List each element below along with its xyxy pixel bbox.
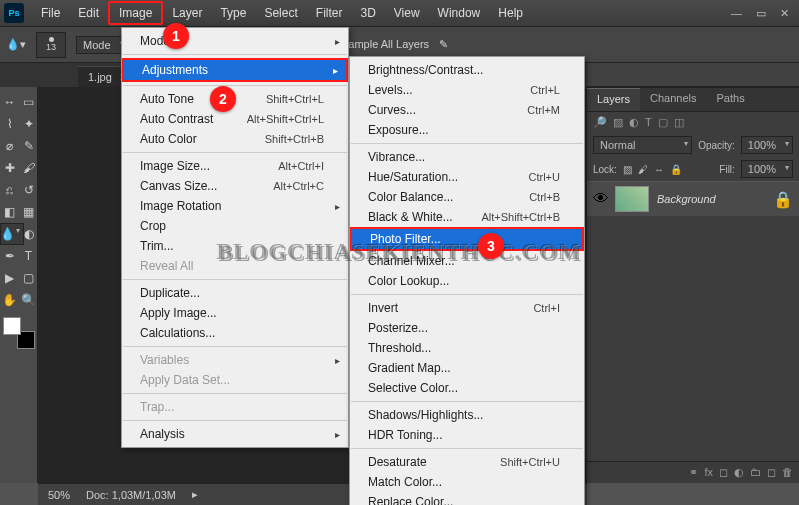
- image-menu-item-24[interactable]: Analysis: [122, 424, 348, 444]
- marquee-tool[interactable]: ▭: [19, 91, 38, 113]
- menu-type[interactable]: Type: [211, 3, 255, 23]
- menu-layer[interactable]: Layer: [163, 3, 211, 23]
- lasso-tool[interactable]: ⌇: [0, 113, 19, 135]
- adjustments-item-2[interactable]: Curves...Ctrl+M: [350, 100, 584, 120]
- adjustments-item-13[interactable]: InvertCtrl+I: [350, 298, 584, 318]
- path-select-tool[interactable]: ▶: [0, 267, 19, 289]
- blend-mode-select[interactable]: Normal: [593, 136, 692, 154]
- adjustments-item-10[interactable]: Channel Mixer...: [350, 251, 584, 271]
- adjustments-item-6[interactable]: Hue/Saturation...Ctrl+U: [350, 167, 584, 187]
- zoom-level[interactable]: 50%: [48, 489, 70, 501]
- trash-icon[interactable]: 🗑: [782, 466, 793, 479]
- pressure-icon[interactable]: ✎: [439, 38, 448, 51]
- panel-tab-paths[interactable]: Paths: [707, 88, 755, 111]
- adjustments-item-8[interactable]: Black & White...Alt+Shift+Ctrl+B: [350, 207, 584, 227]
- lock-trans-icon[interactable]: ▨: [623, 164, 632, 175]
- eyedropper-tool[interactable]: ✎: [19, 135, 38, 157]
- adjustments-item-5[interactable]: Vibrance...: [350, 147, 584, 167]
- eraser-tool[interactable]: ◧: [0, 201, 19, 223]
- adjustments-item-9[interactable]: Photo Filter...: [350, 227, 584, 251]
- image-menu-item-2[interactable]: Adjustments: [122, 58, 348, 82]
- panel-tab-channels[interactable]: Channels: [640, 88, 706, 111]
- heal-tool[interactable]: ✚: [0, 157, 19, 179]
- menu-filter[interactable]: Filter: [307, 3, 352, 23]
- color-swatches[interactable]: [3, 317, 35, 349]
- image-menu-item-11[interactable]: Crop: [122, 216, 348, 236]
- stamp-tool[interactable]: ⎌: [0, 179, 19, 201]
- adjustments-item-20[interactable]: HDR Toning...: [350, 425, 584, 445]
- group-icon[interactable]: 🗀: [750, 466, 761, 479]
- adjustments-item-0[interactable]: Brightness/Contrast...: [350, 60, 584, 80]
- menu-edit[interactable]: Edit: [69, 3, 108, 23]
- brush-preview[interactable]: 13: [36, 32, 66, 58]
- image-menu-item-10[interactable]: Image Rotation: [122, 196, 348, 216]
- image-menu-item-9[interactable]: Canvas Size...Alt+Ctrl+C: [122, 176, 348, 196]
- shape-tool[interactable]: ▢: [19, 267, 38, 289]
- adjustments-submenu: Brightness/Contrast...Levels...Ctrl+LCur…: [349, 56, 585, 505]
- lock-paint-icon[interactable]: 🖌: [638, 164, 648, 175]
- mask-icon[interactable]: ◻: [719, 466, 728, 479]
- kind-type-icon[interactable]: T: [645, 116, 652, 129]
- image-menu-item-5[interactable]: Auto ContrastAlt+Shift+Ctrl+L: [122, 109, 348, 129]
- image-menu-item-17[interactable]: Calculations...: [122, 323, 348, 343]
- image-menu-item-6[interactable]: Auto ColorShift+Ctrl+B: [122, 129, 348, 149]
- adjustments-item-23[interactable]: Match Color...: [350, 472, 584, 492]
- adjustments-item-17[interactable]: Selective Color...: [350, 378, 584, 398]
- link-icon[interactable]: ⚭: [689, 466, 698, 479]
- adjustments-item-16[interactable]: Gradient Map...: [350, 358, 584, 378]
- opacity-select[interactable]: 100%: [741, 136, 793, 154]
- kind-adj-icon[interactable]: ◐: [629, 116, 639, 129]
- adjustments-item-11[interactable]: Color Lookup...: [350, 271, 584, 291]
- menu-image[interactable]: Image: [108, 1, 163, 25]
- fill-select[interactable]: 100%: [741, 160, 793, 178]
- panel-tab-layers[interactable]: Layers: [587, 88, 640, 111]
- adjustments-item-1[interactable]: Levels...Ctrl+L: [350, 80, 584, 100]
- kind-smart-icon[interactable]: ◫: [674, 116, 684, 129]
- wand-tool[interactable]: ✦: [19, 113, 38, 135]
- adj-icon[interactable]: ◐: [734, 466, 744, 479]
- history-brush-tool[interactable]: ↺: [19, 179, 38, 201]
- kind-pixel-icon[interactable]: ▨: [613, 116, 623, 129]
- image-menu-item-8[interactable]: Image Size...Alt+Ctrl+I: [122, 156, 348, 176]
- lock-all-icon[interactable]: 🔒: [670, 164, 682, 175]
- hand-tool[interactable]: ✋: [0, 289, 19, 311]
- blur-tool[interactable]: 💧: [0, 223, 24, 245]
- pen-tool[interactable]: ✒: [0, 245, 19, 267]
- fx-icon[interactable]: fx: [704, 466, 713, 479]
- close-button[interactable]: ✕: [780, 7, 789, 20]
- new-icon[interactable]: ◻: [767, 466, 776, 479]
- menu-select[interactable]: Select: [255, 3, 306, 23]
- layer-row[interactable]: 👁 Background 🔒: [587, 181, 799, 216]
- adjustments-item-24[interactable]: Replace Color...: [350, 492, 584, 505]
- adjustments-item-14[interactable]: Posterize...: [350, 318, 584, 338]
- lock-move-icon[interactable]: ↔: [654, 164, 664, 175]
- kind-shape-icon[interactable]: ▢: [658, 116, 668, 129]
- menu-help[interactable]: Help: [489, 3, 532, 23]
- move-tool[interactable]: ↔: [0, 91, 19, 113]
- menu-3d[interactable]: 3D: [351, 3, 384, 23]
- image-menu-item-15[interactable]: Duplicate...: [122, 283, 348, 303]
- brush-tool[interactable]: 🖌: [19, 157, 38, 179]
- image-menu-item-16[interactable]: Apply Image...: [122, 303, 348, 323]
- menu-view[interactable]: View: [385, 3, 429, 23]
- gradient-tool[interactable]: ▦: [19, 201, 38, 223]
- adjustments-item-3[interactable]: Exposure...: [350, 120, 584, 140]
- type-tool[interactable]: T: [19, 245, 38, 267]
- adjustments-item-15[interactable]: Threshold...: [350, 338, 584, 358]
- status-arrow-icon[interactable]: ▸: [192, 488, 198, 501]
- menu-file[interactable]: File: [32, 3, 69, 23]
- mode-select[interactable]: Mode: [76, 36, 128, 54]
- crop-tool[interactable]: ⌀: [0, 135, 19, 157]
- visibility-icon[interactable]: 👁: [593, 190, 609, 208]
- filter-kind-icon[interactable]: 🔎: [593, 116, 607, 129]
- maximize-button[interactable]: ▭: [756, 7, 766, 20]
- fg-swatch[interactable]: [3, 317, 21, 335]
- zoom-tool[interactable]: 🔍: [19, 289, 38, 311]
- adjustments-item-22[interactable]: DesaturateShift+Ctrl+U: [350, 452, 584, 472]
- adjustments-item-19[interactable]: Shadows/Highlights...: [350, 405, 584, 425]
- image-menu-item-0[interactable]: Mode: [122, 31, 348, 51]
- adjustments-item-7[interactable]: Color Balance...Ctrl+B: [350, 187, 584, 207]
- image-menu-item-12[interactable]: Trim...: [122, 236, 348, 256]
- minimize-button[interactable]: —: [731, 7, 742, 20]
- menu-window[interactable]: Window: [429, 3, 490, 23]
